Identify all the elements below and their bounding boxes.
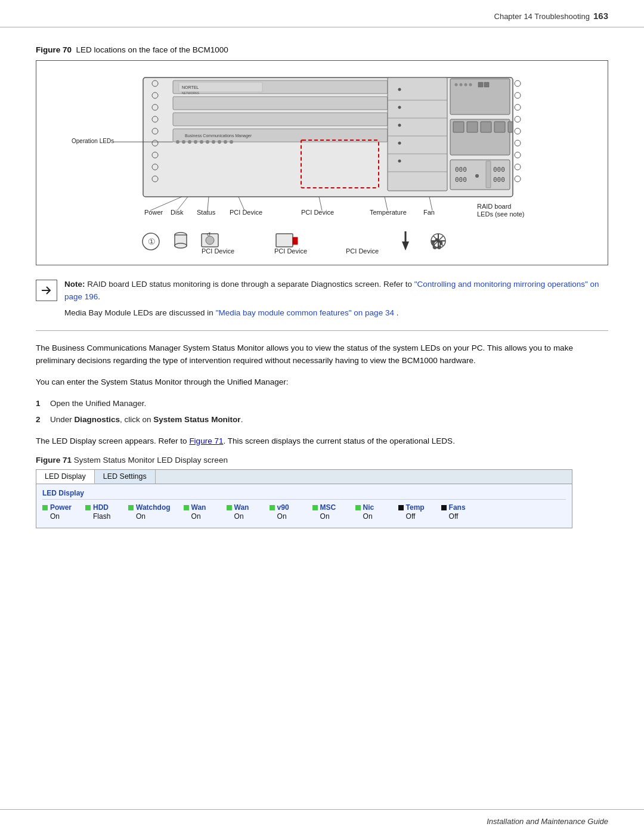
svg-point-14	[515, 128, 521, 134]
led-dot	[312, 505, 318, 510]
svg-point-46	[398, 124, 401, 127]
svg-point-91	[175, 243, 187, 248]
svg-point-65	[475, 174, 479, 178]
led-name: Wan	[234, 503, 249, 512]
svg-text:LEDs (see note): LEDs (see note)	[477, 210, 524, 218]
led-label-row: MSC	[312, 503, 336, 512]
svg-text:NETWORKS: NETWORKS	[182, 91, 200, 95]
svg-text:Status: Status	[197, 209, 216, 216]
led-name: Fans	[449, 503, 466, 512]
svg-rect-61	[508, 122, 513, 132]
led-dot	[184, 505, 189, 510]
svg-text:①: ①	[148, 237, 156, 246]
svg-marker-102	[402, 241, 409, 250]
note-link2[interactable]: "Media bay module common features" on pa…	[216, 308, 394, 317]
led-tabs: LED Display LED Settings	[36, 470, 572, 484]
figure71-label: Figure 71	[36, 456, 72, 465]
note-body: RAID board LED status monitoring is done…	[87, 280, 414, 289]
svg-text:PCI Device: PCI Device	[346, 247, 379, 255]
body-para1: The Business Communications Manager Syst…	[36, 342, 608, 367]
bcm1000-svg: NORTEL NETWORKS Operation LEDs	[54, 72, 590, 256]
chapter-title: Chapter 14 Troubleshooting163	[494, 11, 608, 21]
led-dot	[85, 505, 91, 510]
svg-point-47	[398, 142, 401, 145]
svg-text:↺: ↺	[206, 231, 211, 237]
footer-text: Installation and Maintenance Guide	[487, 817, 608, 826]
bcm1000-diagram: NORTEL NETWORKS Operation LEDs	[36, 60, 608, 265]
svg-text:PCI Device: PCI Device	[230, 209, 262, 216]
note-para2: Media Bay Module LEDs are discussed in "…	[64, 307, 608, 320]
svg-rect-98	[293, 242, 298, 244]
svg-text:RAID board: RAID board	[477, 203, 511, 210]
note-box: Note: RAID board LED status monitoring i…	[36, 278, 608, 331]
step2-prefix: Under	[50, 415, 75, 424]
svg-text:Operation LEDs: Operation LEDs	[72, 138, 114, 144]
led-item: Wan On	[184, 503, 213, 521]
tab-led-display[interactable]: LED Display	[36, 470, 95, 484]
svg-point-34	[212, 140, 215, 144]
led-status: Off	[449, 512, 459, 521]
svg-point-13	[515, 116, 521, 122]
svg-point-35	[218, 140, 221, 144]
svg-point-30	[188, 140, 191, 144]
arrow-right-icon	[40, 284, 53, 297]
svg-rect-57	[453, 122, 464, 132]
svg-point-15	[515, 140, 521, 146]
svg-point-36	[224, 140, 227, 144]
led-indicators: Power On HDD Flash Watchdog On Wan	[42, 503, 566, 521]
svg-point-50	[455, 83, 458, 86]
svg-text:Business Communications Manage: Business Communications Manager	[185, 134, 252, 138]
svg-point-31	[194, 140, 197, 144]
main-content: Figure 70 LED locations on the face of t…	[0, 27, 644, 570]
svg-point-18	[515, 176, 521, 182]
led-status: On	[277, 512, 287, 521]
step2-bold2: System Status Monitor	[153, 415, 240, 424]
page-footer: Installation and Maintenance Guide	[0, 809, 644, 833]
tab-led-settings[interactable]: LED Settings	[95, 470, 156, 484]
svg-text:000: 000	[455, 176, 467, 184]
svg-point-29	[182, 140, 185, 144]
svg-point-33	[206, 140, 209, 144]
led-item: Nic On	[355, 503, 385, 521]
step-1: 1 Open the Unified Manager.	[36, 397, 608, 410]
page-number: 163	[593, 11, 608, 21]
figure71-caption: Figure 71 System Status Monitor LED Disp…	[36, 456, 608, 465]
led-display-screen: LED Display LED Settings LED Display Pow…	[36, 469, 572, 528]
body-para3: The LED Display screen appears. Refer to…	[36, 435, 608, 448]
led-name: Power	[50, 503, 72, 512]
fig71-link[interactable]: Figure 71	[189, 436, 223, 445]
led-status: On	[50, 512, 60, 521]
figure71-caption-text: System Status Monitor LED Display screen	[74, 456, 228, 465]
svg-point-44	[398, 88, 401, 91]
led-item: Wan On	[227, 503, 256, 521]
svg-point-52	[465, 83, 467, 86]
para3-suffix: . This screen displays the current statu…	[223, 436, 454, 445]
led-name: v90	[277, 503, 289, 512]
svg-point-10	[515, 80, 521, 86]
led-label-row: Wan	[184, 503, 206, 512]
note-para1: Note: RAID board LED status monitoring i…	[64, 278, 608, 304]
led-item: Temp Off	[398, 503, 428, 521]
svg-text:000: 000	[493, 176, 505, 184]
media-bay-text: Media Bay Module LEDs are discussed in	[64, 308, 216, 317]
figure70-label: Figure 70	[36, 45, 72, 54]
step2-bold1: Diagnostics	[75, 415, 120, 424]
led-item: v90 On	[270, 503, 299, 521]
led-name: Temp	[406, 503, 425, 512]
svg-rect-66	[486, 161, 491, 188]
para3-prefix: The LED Display screen appears. Refer to	[36, 436, 189, 445]
led-dot	[398, 505, 404, 510]
led-label-row: Wan	[227, 503, 249, 512]
svg-point-51	[460, 83, 463, 86]
led-item: Fans Off	[441, 503, 471, 521]
svg-rect-97	[293, 237, 298, 242]
led-item: Power On	[42, 503, 72, 521]
led-label-row: v90	[270, 503, 289, 512]
led-dot	[441, 505, 447, 510]
step-2: 2 Under Diagnostics, click on System Sta…	[36, 413, 608, 426]
led-status: On	[234, 512, 244, 521]
svg-text:Disk: Disk	[171, 209, 184, 216]
svg-rect-55	[484, 82, 489, 87]
svg-point-37	[230, 140, 233, 144]
led-label-row: Temp	[398, 503, 425, 512]
